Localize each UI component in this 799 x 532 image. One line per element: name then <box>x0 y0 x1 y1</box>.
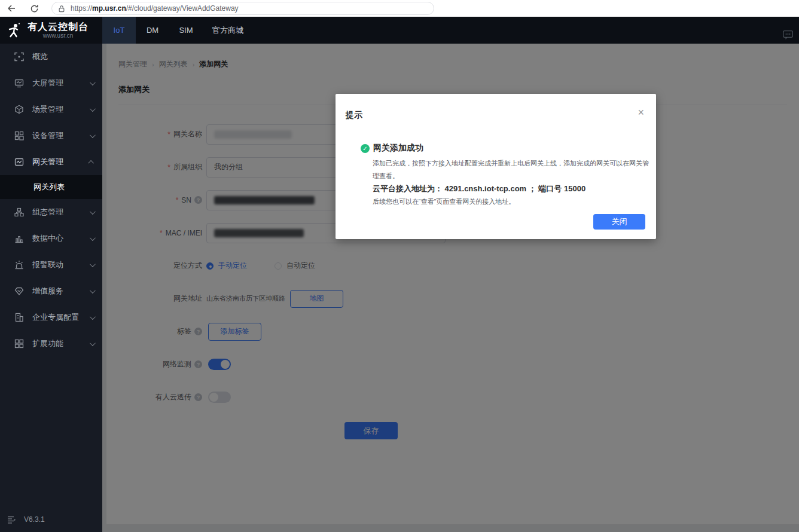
sidebar-item-vas[interactable]: 增值服务 <box>0 278 102 304</box>
browser-url: https://mp.usr.cn/#/cloud/gateway/ViewAd… <box>71 4 239 13</box>
chevron-down-icon <box>90 340 96 346</box>
nav-tab-sim[interactable]: SIM <box>169 17 203 44</box>
nav-tab-iot[interactable]: IoT <box>102 17 136 44</box>
data-icon <box>14 234 24 243</box>
sidebar-item-datacenter[interactable]: 数据中心 <box>0 225 102 252</box>
success-message: 添加已完成，按照下方接入地址配置完成并重新上电后网关上线，添加完成的网关可以在网… <box>373 157 655 182</box>
chevron-down-icon <box>90 209 96 215</box>
app-header: 有人云控制台 www.usr.cn IoT DM SIM 官方商城 <box>0 17 799 44</box>
scene-icon <box>14 105 24 114</box>
chevron-down-icon <box>90 314 96 320</box>
sidebar-item-gateway-list[interactable]: 网关列表 <box>0 175 102 199</box>
top-nav: IoT DM SIM 官方商城 <box>102 17 253 44</box>
nav-tab-mall[interactable]: 官方商城 <box>203 17 253 44</box>
chevron-down-icon <box>90 106 96 112</box>
sidebar-item-extension[interactable]: 扩展功能 <box>0 331 102 357</box>
screen-icon <box>14 78 24 88</box>
gateway-icon <box>14 157 24 167</box>
browser-bar: https://mp.usr.cn/#/cloud/gateway/ViewAd… <box>0 0 799 17</box>
chevron-down-icon <box>90 261 96 267</box>
sidebar-item-scene[interactable]: 场景管理 <box>0 96 102 123</box>
sidebar-item-overview[interactable]: 概览 <box>0 44 102 70</box>
browser-back-icon[interactable] <box>6 4 16 14</box>
vas-icon <box>14 286 24 296</box>
success-check-icon: ✓ <box>361 144 370 153</box>
chevron-down-icon <box>90 235 96 241</box>
close-dialog-button[interactable]: 关闭 <box>593 214 645 230</box>
nav-tab-dm[interactable]: DM <box>136 17 169 44</box>
lock-icon <box>58 5 65 13</box>
dialog-title: 提示 <box>346 110 362 121</box>
sidebar-item-enterprise[interactable]: 企业专属配置 <box>0 304 102 331</box>
app-logo[interactable]: 有人云控制台 www.usr.cn <box>0 17 102 44</box>
logo-title: 有人云控制台 <box>28 22 89 32</box>
prompt-dialog: 提示 × ✓ 网关添加成功 添加已完成，按照下方接入地址配置完成并重新上电后网关… <box>336 94 656 239</box>
sidebar-item-gateway[interactable]: 网关管理 <box>0 149 102 175</box>
usr-person-logo-icon <box>7 22 23 39</box>
extension-icon <box>14 339 24 348</box>
sidebar-item-alarm[interactable]: 报警联动 <box>0 252 102 278</box>
alarm-icon <box>14 260 24 270</box>
browser-refresh-icon[interactable] <box>29 4 39 14</box>
sidebar-item-bigscreen[interactable]: 大屏管理 <box>0 70 102 96</box>
chevron-up-icon <box>88 160 94 166</box>
logo-subtitle: www.usr.cn <box>28 32 89 39</box>
overview-icon <box>14 52 24 62</box>
enterprise-icon <box>14 313 24 322</box>
chevron-down-icon <box>90 80 96 85</box>
version-label: V6.3.1 <box>24 515 45 524</box>
sidebar-item-device[interactable]: 设备管理 <box>0 123 102 149</box>
sidebar-collapse-icon[interactable] <box>7 516 17 524</box>
feedback-chat-icon[interactable] <box>783 30 793 40</box>
device-icon <box>14 131 24 140</box>
access-address-line: 云平台接入地址为： 4291.cnsh.iot-tcp.com ； 端口号 15… <box>373 182 646 195</box>
scada-icon <box>14 207 24 217</box>
browser-address-bar[interactable]: https://mp.usr.cn/#/cloud/gateway/ViewAd… <box>51 2 434 15</box>
sidebar-item-scada[interactable]: 组态管理 <box>0 199 102 225</box>
success-title: 网关添加成功 <box>373 143 423 154</box>
followup-note: 后续您也可以在“查看”页面查看网关的接入地址。 <box>373 195 646 208</box>
sidebar: 概览 大屏管理 场景管理 设备管理 网关管理 网关列表 组态管理 数据中心 报警… <box>0 44 102 532</box>
close-icon[interactable]: × <box>638 107 644 118</box>
chevron-down-icon <box>90 132 96 138</box>
chevron-down-icon <box>90 288 96 293</box>
